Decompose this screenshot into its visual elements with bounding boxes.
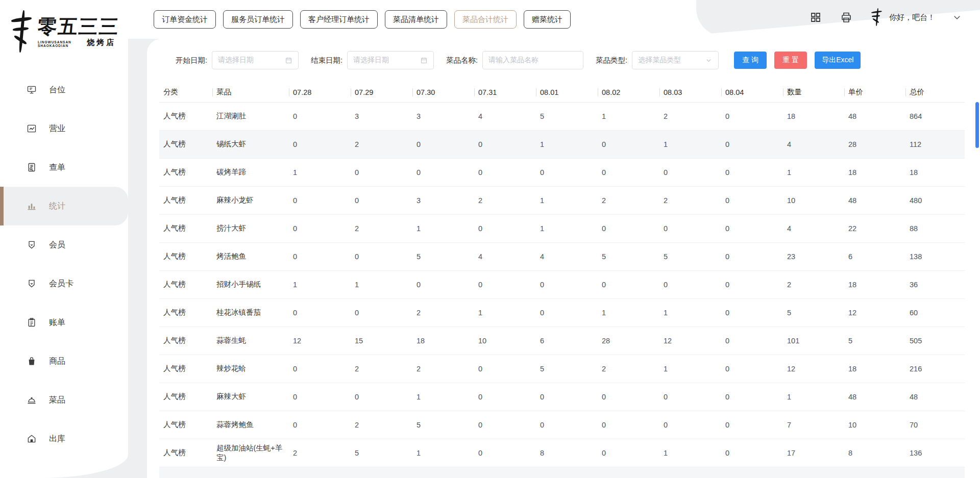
table-cell: 0 bbox=[474, 355, 536, 383]
table-row: 人气榜锡纸大虾02001010428112 bbox=[159, 130, 965, 158]
reset-button[interactable]: 重 置 bbox=[774, 52, 807, 69]
table-cell: 1 bbox=[536, 130, 598, 158]
table-cell: 0 bbox=[289, 355, 351, 383]
member-badge-icon bbox=[27, 240, 37, 250]
sidebar-item-label: 出库 bbox=[49, 434, 65, 444]
table-cell: 48 bbox=[844, 186, 905, 214]
table-cell: 0 bbox=[474, 214, 536, 242]
table-cell: 0 bbox=[721, 326, 783, 355]
table-cell: 8 bbox=[844, 439, 905, 467]
table-cell: 7 bbox=[783, 411, 844, 439]
table-cell: 136 bbox=[905, 439, 965, 467]
column-header: 08.02 bbox=[598, 83, 659, 102]
table-cell: 10 bbox=[474, 326, 536, 355]
end-date-input[interactable]: 请选择日期 bbox=[347, 51, 434, 69]
order-search-icon bbox=[27, 162, 37, 172]
table-cell: 0 bbox=[289, 298, 351, 326]
user-menu[interactable]: 你好，吧台！ bbox=[871, 8, 962, 27]
printer-icon[interactable] bbox=[840, 11, 852, 23]
column-header: 菜品 bbox=[212, 83, 289, 102]
sidebar-item-dishes[interactable]: 菜品 bbox=[0, 381, 128, 419]
table-cell: 4 bbox=[783, 130, 844, 158]
sidebar-item-tables[interactable]: 台位 bbox=[0, 70, 128, 109]
report-tab[interactable]: 赠菜统计 bbox=[524, 10, 571, 29]
table-cell: 2 bbox=[474, 186, 536, 214]
table-cell: 12 bbox=[844, 298, 905, 326]
calendar-icon bbox=[285, 57, 292, 64]
table-cell: 0 bbox=[289, 214, 351, 242]
table-cell: 4 bbox=[536, 242, 598, 270]
sidebar-item-statistics[interactable]: 统计 bbox=[0, 187, 128, 225]
sidebar-item-label: 会员卡 bbox=[49, 279, 74, 289]
table-cell: 0 bbox=[721, 439, 783, 467]
table-cell: 0 bbox=[721, 102, 783, 130]
chevron-down-icon bbox=[705, 57, 713, 64]
table-cell: 1 bbox=[598, 102, 659, 130]
table-cell: 5 bbox=[536, 102, 598, 130]
sidebar-item-check-orders[interactable]: 查单 bbox=[0, 148, 128, 187]
sidebar-item-outbound[interactable]: 出库 bbox=[0, 419, 128, 458]
table-cell: 864 bbox=[905, 102, 965, 130]
sidebar-item-bills[interactable]: 账单 bbox=[0, 303, 128, 342]
table-cell: 麻辣大虾 bbox=[212, 383, 289, 411]
brand-calligraphy-mark bbox=[10, 10, 34, 54]
brand-name: 零五三三 bbox=[37, 16, 120, 37]
table-cell: 人气榜 bbox=[159, 298, 212, 326]
table-cell: 1 bbox=[289, 158, 351, 186]
table-cell: 0 bbox=[721, 355, 783, 383]
report-tab[interactable]: 服务员订单统计 bbox=[223, 10, 293, 29]
table-cell: 0 bbox=[721, 130, 783, 158]
table-cell: 0 bbox=[659, 270, 721, 298]
table-cell: 0 bbox=[598, 411, 659, 439]
dish-name-input[interactable]: 请输入菜品名称 bbox=[482, 51, 583, 69]
table-cell: 2 bbox=[659, 102, 721, 130]
table-cell: 1 bbox=[412, 214, 474, 242]
table-cell: 3 bbox=[412, 102, 474, 130]
report-tab[interactable]: 客户经理订单统计 bbox=[300, 10, 378, 29]
sidebar-item-goods[interactable]: 商品 bbox=[0, 342, 128, 381]
start-date-input[interactable]: 请选择日期 bbox=[212, 51, 299, 69]
table-cell: 0 bbox=[474, 158, 536, 186]
table-cell: 5 bbox=[536, 355, 598, 383]
table-cell: 23 bbox=[783, 242, 844, 270]
report-tab[interactable]: 订单资金统计 bbox=[154, 10, 216, 29]
table-cell: 2 bbox=[598, 355, 659, 383]
table-cell: 人气榜 bbox=[159, 383, 212, 411]
table-cell: 1 bbox=[783, 158, 844, 186]
table-cell: 2 bbox=[412, 355, 474, 383]
sidebar-item-label: 查单 bbox=[49, 162, 65, 173]
export-excel-button[interactable]: 导出Excel bbox=[815, 52, 861, 69]
table-cell: 1 bbox=[659, 439, 721, 467]
table-cell: 0 bbox=[598, 158, 659, 186]
table-row: 人气榜招财小手锡纸1100000021836 bbox=[159, 270, 965, 298]
calendar-icon bbox=[420, 57, 428, 64]
table-cell: 0 bbox=[412, 158, 474, 186]
apps-grid-icon[interactable] bbox=[810, 11, 822, 23]
table-row: 人气榜江湖涮肚033451201848864 bbox=[159, 102, 965, 130]
sidebar-item-label: 统计 bbox=[49, 201, 65, 212]
table-cell: 0 bbox=[721, 214, 783, 242]
monitor-icon bbox=[27, 85, 37, 95]
report-tab[interactable]: 菜品合计统计 bbox=[454, 10, 517, 29]
table-cell: 2 bbox=[351, 411, 412, 439]
table-cell: 0 bbox=[721, 411, 783, 439]
table-cell: 6 bbox=[536, 326, 598, 355]
table-cell: 0 bbox=[598, 439, 659, 467]
table-cell: 48 bbox=[844, 383, 905, 411]
report-tab[interactable]: 菜品清单统计 bbox=[385, 10, 447, 29]
topbar-actions: 你好，吧台！ bbox=[810, 8, 962, 27]
table-cell: 0 bbox=[412, 270, 474, 298]
table-cell: 蒜蓉烤鲍鱼 bbox=[212, 411, 289, 439]
table-cell: 0 bbox=[474, 130, 536, 158]
table-cell: 48 bbox=[905, 383, 965, 411]
table-row: 人气榜捞汁大虾0210100042288 bbox=[159, 214, 965, 242]
sidebar-item-member-cards[interactable]: 会员卡 bbox=[0, 264, 128, 303]
table-row: 人气榜蒜蓉烤鲍鱼0250000071070 bbox=[159, 411, 965, 439]
search-button[interactable]: 查 询 bbox=[734, 52, 767, 69]
dish-type-select[interactable]: 选择菜品类型 bbox=[632, 51, 719, 69]
sidebar-item-business[interactable]: 营业 bbox=[0, 109, 128, 148]
table-cell: 碳烤羊蹄 bbox=[212, 158, 289, 186]
chevron-down-icon[interactable] bbox=[952, 13, 962, 22]
vertical-scrollbar-thumb[interactable] bbox=[975, 102, 979, 148]
sidebar-item-members[interactable]: 会员 bbox=[0, 225, 128, 264]
